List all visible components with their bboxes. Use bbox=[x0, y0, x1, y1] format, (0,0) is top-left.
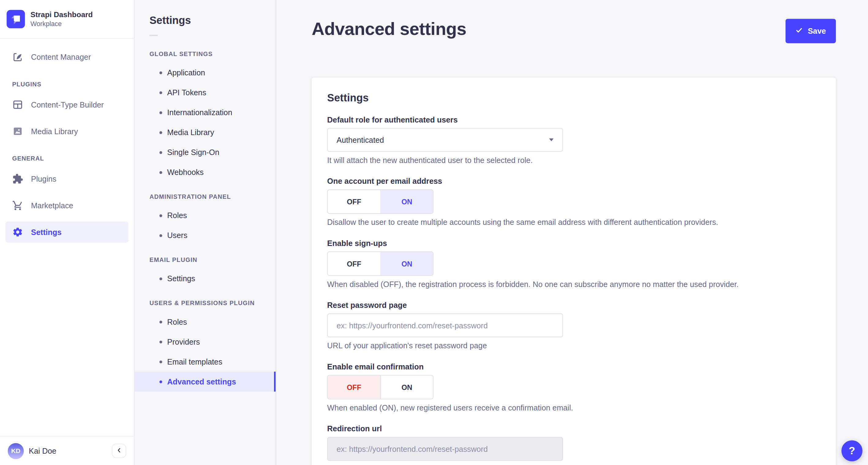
toggle-off-option[interactable]: OFF bbox=[328, 252, 380, 275]
subnav-item-api-tokens[interactable]: API Tokens bbox=[134, 82, 276, 102]
settings-card: Settings Default role for authenticated … bbox=[312, 78, 836, 465]
sidebar-section-plugins: PLUGINS bbox=[12, 81, 122, 88]
save-button[interactable]: Save bbox=[786, 19, 836, 43]
subnav-item-up-roles[interactable]: Roles bbox=[134, 312, 276, 332]
field-label: Default role for authenticated users bbox=[327, 115, 820, 124]
check-icon bbox=[796, 27, 803, 35]
field-reset-password: Reset password page URL of your applicat… bbox=[327, 301, 820, 350]
chevron-down-icon bbox=[549, 139, 554, 141]
sidebar-item-label: Media Library bbox=[31, 127, 78, 136]
workspace-switcher[interactable]: Strapi Dashboard Workplace bbox=[0, 0, 134, 38]
subnav-item-label: Application bbox=[167, 68, 205, 77]
redirection-url-input bbox=[327, 437, 563, 461]
main-sidebar: Strapi Dashboard Workplace Content Manag… bbox=[0, 0, 134, 465]
subnav-item-providers[interactable]: Providers bbox=[134, 332, 276, 352]
bullet-icon bbox=[159, 131, 162, 134]
question-mark-icon: ? bbox=[849, 445, 855, 457]
subnav-item-email-settings[interactable]: Settings bbox=[134, 269, 276, 289]
help-button[interactable]: ? bbox=[841, 440, 863, 461]
sidebar-item-media-library[interactable]: Media Library bbox=[5, 121, 128, 142]
content-area: Settings Default role for authenticated … bbox=[276, 43, 868, 465]
save-button-label: Save bbox=[808, 27, 826, 35]
sidebar-item-label: Plugins bbox=[31, 175, 56, 183]
bullet-icon bbox=[159, 340, 162, 343]
sidebar-item-content-type-builder[interactable]: Content-Type Builder bbox=[5, 94, 128, 115]
subnav-item-label: Internationalization bbox=[167, 108, 232, 117]
page-header: Advanced settings Save bbox=[276, 0, 868, 43]
page-title: Advanced settings bbox=[312, 19, 466, 39]
bullet-icon bbox=[159, 234, 162, 237]
toggle-on-option[interactable]: ON bbox=[380, 190, 433, 213]
sidebar-item-label: Marketplace bbox=[31, 201, 73, 210]
subnav-item-single-sign-on[interactable]: Single Sign-On bbox=[134, 142, 276, 162]
app: Strapi Dashboard Workplace Content Manag… bbox=[0, 0, 868, 465]
sidebar-item-content-manager[interactable]: Content Manager bbox=[5, 47, 128, 68]
subnav-item-label: Roles bbox=[167, 317, 187, 326]
field-one-account: One account per email address OFF ON Dis… bbox=[327, 177, 820, 227]
sidebar-item-plugins[interactable]: Plugins bbox=[5, 169, 128, 190]
sidebar-item-marketplace[interactable]: Marketplace bbox=[5, 195, 128, 216]
sidebar-item-settings[interactable]: Settings bbox=[5, 222, 128, 242]
avatar[interactable]: KD bbox=[8, 443, 24, 459]
cart-icon bbox=[12, 200, 23, 211]
bullet-icon bbox=[159, 171, 162, 174]
field-hint: It will attach the new authenticated use… bbox=[327, 155, 820, 165]
media-library-icon bbox=[12, 125, 23, 137]
field-default-role: Default role for authenticated users Aut… bbox=[327, 115, 820, 165]
bullet-icon bbox=[159, 380, 162, 383]
sidebar-item-label: Settings bbox=[31, 228, 62, 236]
enable-signups-toggle: OFF ON bbox=[327, 252, 434, 276]
subnav-item-label: Single Sign-On bbox=[167, 148, 219, 157]
workspace-subtitle: Workplace bbox=[30, 20, 92, 28]
field-hint: URL of your application's reset password… bbox=[327, 341, 820, 350]
default-role-select[interactable]: Authenticated bbox=[327, 128, 563, 152]
field-enable-signups: Enable sign-ups OFF ON When disabled (OF… bbox=[327, 239, 820, 289]
subnav-item-label: Media Library bbox=[167, 128, 214, 137]
brand-text: Strapi Dashboard Workplace bbox=[30, 10, 92, 28]
subnav-item-webhooks[interactable]: Webhooks bbox=[134, 162, 276, 182]
bullet-icon bbox=[159, 151, 162, 154]
subnav-title: Settings bbox=[134, 0, 276, 27]
bullet-icon bbox=[159, 91, 162, 94]
toggle-on-option[interactable]: ON bbox=[380, 376, 433, 399]
toggle-off-option[interactable]: OFF bbox=[328, 190, 380, 213]
strapi-logo-icon bbox=[7, 10, 25, 28]
bullet-icon bbox=[159, 320, 162, 323]
subnav-item-label: Roles bbox=[167, 211, 187, 220]
toggle-off-option[interactable]: OFF bbox=[328, 376, 380, 399]
subnav-item-advanced-settings[interactable]: Advanced settings bbox=[134, 372, 276, 391]
subnav-item-label: API Tokens bbox=[167, 88, 206, 97]
subnav-section-administration-panel: ADMINISTRATION PANEL bbox=[134, 182, 276, 206]
sidebar-section-general: GENERAL bbox=[12, 155, 122, 162]
subnav-item-label: Webhooks bbox=[167, 168, 204, 177]
gear-icon bbox=[12, 226, 23, 237]
bullet-icon bbox=[159, 71, 162, 74]
collapse-sidebar-button[interactable] bbox=[112, 443, 126, 458]
subnav-item-admin-users[interactable]: Users bbox=[134, 226, 276, 245]
card-heading: Settings bbox=[327, 92, 820, 104]
subnav-item-internationalization[interactable]: Internationalization bbox=[134, 102, 276, 122]
one-account-toggle: OFF ON bbox=[327, 189, 434, 214]
user-row: KD Kai Doe bbox=[0, 437, 134, 465]
select-value: Authenticated bbox=[337, 136, 384, 144]
subnav-section-email-plugin: EMAIL PLUGIN bbox=[134, 245, 276, 269]
bullet-icon bbox=[159, 214, 162, 217]
reset-password-input[interactable] bbox=[327, 313, 563, 337]
main-content: Advanced settings Save Settings Default … bbox=[276, 0, 868, 465]
field-hint: When disabled (OFF), the registration pr… bbox=[327, 280, 820, 289]
toggle-on-option[interactable]: ON bbox=[380, 252, 433, 275]
field-label: Reset password page bbox=[327, 301, 820, 310]
field-email-confirmation: Enable email confirmation OFF ON When en… bbox=[327, 362, 820, 412]
subnav-item-label: Advanced settings bbox=[167, 377, 236, 386]
subnav-item-media-library[interactable]: Media Library bbox=[134, 122, 276, 142]
settings-subnav: Settings GLOBAL SETTINGS Application API… bbox=[134, 0, 276, 465]
sidebar-nav: Content Manager PLUGINS Content-Type Bui… bbox=[0, 39, 134, 436]
field-label: Redirection url bbox=[327, 424, 820, 433]
bullet-icon bbox=[159, 360, 162, 363]
subnav-item-application[interactable]: Application bbox=[134, 62, 276, 82]
sidebar-item-label: Content-Type Builder bbox=[31, 100, 104, 109]
subnav-item-label: Email templates bbox=[167, 357, 222, 366]
user-name: Kai Doe bbox=[29, 446, 107, 455]
subnav-item-admin-roles[interactable]: Roles bbox=[134, 206, 276, 226]
subnav-item-email-templates[interactable]: Email templates bbox=[134, 352, 276, 372]
